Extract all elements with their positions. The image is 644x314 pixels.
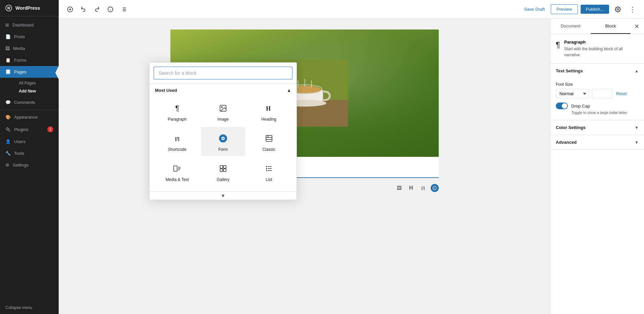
block-search-input[interactable] <box>154 67 292 79</box>
right-panel: Document Block ✕ ¶ Paragraph Start with … <box>550 19 644 314</box>
info-icon <box>107 6 113 12</box>
block-item-media-text[interactable]: Media & Text <box>155 157 200 186</box>
info-button[interactable] <box>104 3 116 15</box>
more-options-button[interactable]: ⋮ <box>627 3 639 15</box>
block-inserter-search-area <box>150 63 297 84</box>
sidebar-item-media[interactable]: 🖼 Media <box>0 43 59 54</box>
block-item-gallery[interactable]: Gallery <box>201 157 246 186</box>
save-draft-button[interactable]: Save Draft <box>521 5 548 14</box>
sidebar-item-label: Settings <box>13 163 29 168</box>
add-block-button[interactable] <box>64 3 76 15</box>
block-category-label: Most Used <box>155 88 177 93</box>
sidebar-item-forms[interactable]: 📋 Forms <box>0 54 59 66</box>
svg-point-44 <box>266 168 267 169</box>
preview-button[interactable]: Preview <box>551 4 578 14</box>
sidebar-sub-all-pages[interactable]: All Pages <box>13 79 59 87</box>
classic-block-icon <box>263 132 275 144</box>
undo-button[interactable] <box>77 3 90 15</box>
advanced-settings-header[interactable]: Advanced ▼ <box>550 135 644 149</box>
svg-point-43 <box>266 166 267 167</box>
editor-area[interactable]: your senses. Brought to you from the + 🖼… <box>59 19 550 314</box>
paragraph-block-label: Paragraph <box>168 117 186 122</box>
close-icon: ✕ <box>634 23 639 30</box>
text-settings-body: Font Size Normal Small Medium Large Huge… <box>550 78 644 120</box>
shortcode-block-label: Shortcode <box>168 147 186 152</box>
forms-icon: 📋 <box>5 58 11 63</box>
sidebar-item-users[interactable]: 👤 Users <box>0 136 59 147</box>
block-description: ¶ Paragraph Start with the building bloc… <box>550 34 644 64</box>
tab-document[interactable]: Document <box>550 19 591 34</box>
paragraph-block-icon: ¶ <box>171 102 183 114</box>
svg-text:W: W <box>7 6 10 10</box>
text-settings-header[interactable]: Text Settings ▲ <box>550 64 644 78</box>
undo-icon <box>80 6 87 12</box>
main-area: Save Draft Preview Publish... ⋮ <box>59 0 644 314</box>
sidebar-item-appearance[interactable]: 🎨 Appearance <box>0 111 59 123</box>
sidebar-item-tools[interactable]: 🔧 Tools <box>0 147 59 159</box>
block-item-list[interactable]: List <box>247 157 291 186</box>
block-desc-text: Paragraph Start with the building block … <box>564 40 639 58</box>
add-shortcode-icon[interactable]: [/] <box>419 183 428 193</box>
list-block-label: List <box>266 177 272 182</box>
comments-icon: 💬 <box>5 100 11 105</box>
block-item-shortcode[interactable]: [/] Shortcode <box>155 127 200 156</box>
list-view-icon <box>121 6 127 12</box>
sidebar-item-label: Media <box>13 46 25 51</box>
collapse-menu-button[interactable]: Collapse menu <box>0 301 59 314</box>
sidebar-item-label: Posts <box>14 34 25 39</box>
tab-block[interactable]: Block <box>591 19 631 34</box>
media-text-block-label: Media & Text <box>166 177 189 182</box>
font-size-reset-button[interactable]: Reset <box>616 91 627 96</box>
block-item-form[interactable]: Form <box>201 127 246 156</box>
sidebar-item-pages[interactable]: 📃 Pages <box>0 66 59 78</box>
editor-content: your senses. Brought to you from the + 🖼… <box>59 19 550 314</box>
color-settings-section: Color Settings ▼ <box>550 120 644 135</box>
color-settings-header[interactable]: Color Settings ▼ <box>550 120 644 135</box>
category-chevron-up-icon: ▲ <box>287 88 291 93</box>
paragraph-type-icon: ¶ <box>556 40 560 50</box>
add-image-icon[interactable]: 🖼 <box>394 183 404 193</box>
sidebar-brand[interactable]: W WordPress <box>0 0 59 16</box>
svg-point-23 <box>221 107 222 108</box>
close-panel-button[interactable]: ✕ <box>631 20 643 33</box>
sidebar-nav: ⊞ Dashboard 📄 Posts 🖼 Media 📋 Forms 📃 Pa… <box>0 16 59 301</box>
block-category-header[interactable]: Most Used ▲ <box>155 88 291 93</box>
sidebar-item-comments[interactable]: 💬 Comments <box>0 97 59 108</box>
sidebar-item-plugins[interactable]: 🔌 Plugins 1 <box>0 123 59 136</box>
block-inserter-scroll-down[interactable]: ▼ <box>150 191 297 200</box>
publish-button[interactable]: Publish... <box>581 5 609 14</box>
block-item-classic[interactable]: Classic <box>247 127 291 156</box>
settings-button[interactable] <box>612 3 624 15</box>
block-item-heading[interactable]: H Heading <box>247 97 291 126</box>
dashboard-icon: ⊞ <box>5 22 9 27</box>
sidebar-item-posts[interactable]: 📄 Posts <box>0 31 59 43</box>
drop-cap-toggle[interactable] <box>556 103 568 109</box>
image-block-label: Image <box>217 117 228 122</box>
gallery-block-label: Gallery <box>217 177 229 182</box>
font-size-custom-input[interactable] <box>592 89 612 99</box>
sidebar-item-label: Comments <box>14 100 35 105</box>
block-item-image[interactable]: Image <box>201 97 246 126</box>
block-category-most-used: Most Used ▲ ¶ Paragraph Image <box>150 84 297 191</box>
redo-button[interactable] <box>91 3 103 15</box>
list-view-button[interactable] <box>118 3 130 15</box>
advanced-settings-section: Advanced ▼ <box>550 135 644 150</box>
svg-point-27 <box>222 138 224 139</box>
plugins-badge: 1 <box>47 126 53 132</box>
font-size-select[interactable]: Normal Small Medium Large Huge <box>556 89 589 99</box>
image-block-icon <box>217 102 229 114</box>
block-item-paragraph[interactable]: ¶ Paragraph <box>155 97 200 126</box>
sidebar-item-dashboard[interactable]: ⊞ Dashboard <box>0 19 59 31</box>
sidebar-sub-add-new[interactable]: Add New <box>13 87 59 95</box>
sidebar-item-label: Forms <box>14 58 26 63</box>
svg-text:H: H <box>266 105 271 112</box>
add-form-icon[interactable]: ⊙ <box>431 184 439 192</box>
sidebar-item-label: Users <box>14 139 25 144</box>
heading-block-label: Heading <box>261 117 276 122</box>
add-heading-icon[interactable]: H <box>407 183 416 193</box>
gallery-block-icon <box>217 163 229 175</box>
posts-icon: 📄 <box>5 34 11 39</box>
settings-nav-icon: ⚙ <box>5 163 9 168</box>
sidebar-item-settings[interactable]: ⚙ Settings <box>0 159 59 171</box>
drop-cap-label: Drop Cap <box>571 104 590 109</box>
